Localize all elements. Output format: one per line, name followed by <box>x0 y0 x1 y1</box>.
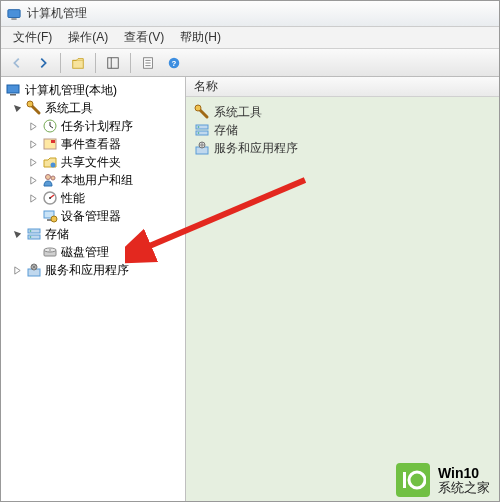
svg-rect-1 <box>11 18 16 19</box>
tree-label: 设备管理器 <box>61 208 121 225</box>
users-icon <box>42 172 58 188</box>
list-header[interactable]: 名称 <box>186 77 499 97</box>
svg-point-31 <box>49 249 50 250</box>
tree-label: 存储 <box>45 226 69 243</box>
svg-point-34 <box>195 105 201 111</box>
svg-point-43 <box>409 472 425 488</box>
svg-rect-0 <box>8 9 20 17</box>
tree-label: 任务计划程序 <box>61 118 133 135</box>
svg-point-13 <box>27 101 33 107</box>
tree-label: 共享文件夹 <box>61 154 121 171</box>
performance-icon <box>42 190 58 206</box>
svg-rect-16 <box>51 140 55 143</box>
list-body[interactable]: 系统工具 存储 服务和应用程序 <box>186 97 499 501</box>
menu-help[interactable]: 帮助(H) <box>172 27 229 48</box>
watermark-logo: Win10 系统之家 <box>386 458 500 502</box>
menu-file[interactable]: 文件(F) <box>5 27 60 48</box>
svg-text:?: ? <box>172 58 177 67</box>
logo-site: 系统之家 <box>438 480 490 495</box>
svg-point-24 <box>51 216 57 222</box>
expand-icon[interactable] <box>27 156 39 168</box>
titlebar: 计算机管理 <box>1 1 499 27</box>
svg-point-38 <box>198 132 200 134</box>
computer-management-window: 计算机管理 文件(F) 操作(A) 查看(V) 帮助(H) ? <box>0 0 500 502</box>
list-item-label: 服务和应用程序 <box>214 140 298 157</box>
logo-brand: Win10 <box>438 465 479 481</box>
menubar: 文件(F) 操作(A) 查看(V) 帮助(H) <box>1 27 499 49</box>
toolbar-separator <box>95 53 96 73</box>
list-item-label: 存储 <box>214 122 238 139</box>
expand-icon[interactable] <box>27 174 39 186</box>
tree-local-users[interactable]: 本地用户和组 <box>1 171 185 189</box>
list-item-label: 系统工具 <box>214 104 262 121</box>
tree-performance[interactable]: 性能 <box>1 189 185 207</box>
list-item[interactable]: 存储 <box>192 121 493 139</box>
expand-icon[interactable] <box>27 138 39 150</box>
computer-mgmt-icon <box>6 82 22 98</box>
svg-point-18 <box>46 175 51 180</box>
column-header-name[interactable]: 名称 <box>194 78 218 95</box>
tree-label: 系统工具 <box>45 100 93 117</box>
svg-point-28 <box>30 236 32 238</box>
svg-rect-42 <box>403 472 406 488</box>
list-item[interactable]: 系统工具 <box>192 103 493 121</box>
expand-icon[interactable] <box>27 120 39 132</box>
tools-icon <box>194 104 210 120</box>
tree-label: 本地用户和组 <box>61 172 133 189</box>
show-hide-tree-button[interactable] <box>101 52 125 74</box>
collapse-icon[interactable] <box>11 228 23 240</box>
list-pane: 名称 系统工具 存储 <box>186 77 499 501</box>
svg-rect-23 <box>47 219 51 221</box>
properties-button[interactable] <box>136 52 160 74</box>
tree-services-apps[interactable]: 服务和应用程序 <box>1 261 185 279</box>
expand-icon[interactable] <box>11 264 23 276</box>
storage-icon <box>194 122 210 138</box>
tree-label: 事件查看器 <box>61 136 121 153</box>
tree-root[interactable]: 计算机管理(本地) <box>1 81 185 99</box>
toolbar-separator <box>130 53 131 73</box>
clock-icon <box>42 118 58 134</box>
services-icon <box>26 262 42 278</box>
up-button[interactable] <box>66 52 90 74</box>
tree-shared-folders[interactable]: 共享文件夹 <box>1 153 185 171</box>
collapse-icon[interactable] <box>11 102 23 114</box>
menu-action[interactable]: 操作(A) <box>60 27 116 48</box>
app-icon <box>7 7 21 21</box>
list-item[interactable]: 服务和应用程序 <box>192 139 493 157</box>
disk-mgmt-icon <box>42 244 58 260</box>
event-icon <box>42 136 58 152</box>
tree-system-tools[interactable]: 系统工具 <box>1 99 185 117</box>
back-button <box>5 52 29 74</box>
svg-rect-11 <box>7 85 19 93</box>
tree-label: 磁盘管理 <box>61 244 109 261</box>
logo-text: Win10 系统之家 <box>438 466 490 495</box>
tree-disk-management[interactable]: 磁盘管理 <box>1 243 185 261</box>
svg-point-27 <box>30 230 32 232</box>
toolbar: ? <box>1 49 499 77</box>
svg-rect-2 <box>73 60 84 68</box>
menu-view[interactable]: 查看(V) <box>116 27 172 48</box>
svg-point-37 <box>198 126 200 128</box>
tree-task-scheduler[interactable]: 任务计划程序 <box>1 117 185 135</box>
svg-point-19 <box>51 176 55 180</box>
tree-root-label: 计算机管理(本地) <box>25 82 117 99</box>
tree-label: 性能 <box>61 190 85 207</box>
expand-icon[interactable] <box>27 192 39 204</box>
services-icon <box>194 140 210 156</box>
shared-folder-icon <box>42 154 58 170</box>
content-area: 计算机管理(本地) 系统工具 任务计划程序 <box>1 77 499 501</box>
tree-event-viewer[interactable]: 事件查看器 <box>1 135 185 153</box>
svg-point-21 <box>49 197 51 199</box>
device-mgr-icon <box>42 208 58 224</box>
window-title: 计算机管理 <box>27 5 87 22</box>
toolbar-separator <box>60 53 61 73</box>
tree-device-manager[interactable]: 设备管理器 <box>1 207 185 225</box>
tree-storage[interactable]: 存储 <box>1 225 185 243</box>
tree-label: 服务和应用程序 <box>45 262 129 279</box>
svg-rect-12 <box>10 94 16 96</box>
logo-mark-icon <box>396 463 430 497</box>
tools-icon <box>26 100 42 116</box>
forward-button[interactable] <box>31 52 55 74</box>
help-button[interactable]: ? <box>162 52 186 74</box>
tree-pane[interactable]: 计算机管理(本地) 系统工具 任务计划程序 <box>1 77 186 501</box>
